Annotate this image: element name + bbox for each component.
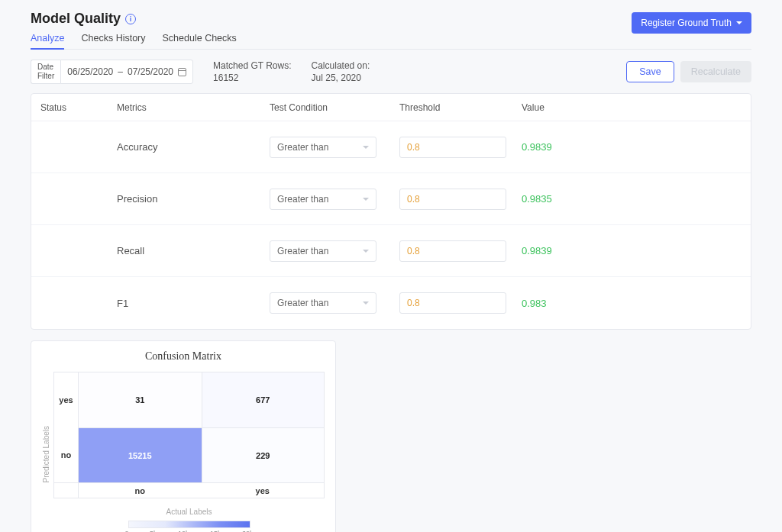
register-button-label: Register Ground Truth (641, 18, 732, 28)
recalculate-button: Recalculate (680, 61, 751, 82)
condition-value: Greater than (277, 246, 328, 256)
threshold-input[interactable] (399, 189, 506, 210)
metric-name: Precision (117, 193, 270, 205)
table-row: F1 Greater than 0.983 (31, 277, 751, 329)
confusion-matrix-title: Confusion Matrix (42, 350, 325, 363)
save-button[interactable]: Save (626, 61, 674, 82)
tab-analyze[interactable]: Analyze (31, 33, 64, 50)
metric-name: Recall (117, 245, 270, 256)
x-tick: no (79, 482, 202, 498)
col-condition: Test Condition (270, 102, 399, 113)
date-filter-label: Date Filter (31, 60, 60, 84)
metrics-table: Status Metrics Test Condition Threshold … (31, 93, 751, 330)
matrix-cell: 31 (79, 372, 202, 427)
y-tick: yes (54, 372, 79, 427)
matched-rows-label: Matched GT Rows: (213, 60, 291, 71)
matrix-cell: 15215 (79, 427, 202, 482)
col-metrics: Metrics (117, 102, 270, 113)
threshold-input[interactable] (399, 292, 506, 314)
x-axis-label: Actual Labels (53, 508, 325, 516)
tab-checks-history[interactable]: Checks History (81, 33, 145, 50)
matrix-cell: 229 (202, 427, 325, 482)
threshold-input[interactable] (399, 240, 506, 262)
metric-value: 0.9839 (522, 245, 613, 256)
y-tick: no (54, 427, 79, 482)
col-threshold: Threshold (399, 102, 522, 113)
chevron-down-icon (363, 250, 369, 253)
col-status: Status (40, 102, 117, 113)
date-to: 07/25/2020 (128, 66, 173, 77)
chevron-down-icon (363, 146, 369, 149)
calculated-on-value: Jul 25, 2020 (312, 73, 370, 83)
condition-select[interactable]: Greater than (270, 292, 376, 314)
chevron-down-icon (363, 198, 369, 201)
metric-value: 0.983 (522, 298, 613, 309)
date-from: 06/25/2020 (67, 66, 113, 77)
matrix-cell: 677 (202, 372, 325, 427)
condition-value: Greater than (277, 194, 328, 205)
condition-select[interactable]: Greater than (270, 240, 376, 262)
metric-value: 0.9835 (522, 193, 613, 205)
tab-schedule-checks[interactable]: Schedule Checks (163, 33, 237, 50)
condition-select[interactable]: Greater than (270, 189, 376, 210)
calendar-icon (178, 68, 186, 76)
legend-gradient (128, 521, 250, 528)
y-axis-label: Predicted Labels (42, 426, 50, 483)
calculated-on-label: Calculated on: (312, 60, 370, 71)
color-legend: 0 5k 10k 15k 20k (53, 521, 325, 532)
date-filter[interactable]: Date Filter 06/25/2020 – 07/25/2020 (31, 60, 193, 84)
x-tick: yes (202, 482, 325, 498)
info-icon[interactable]: i (125, 14, 136, 24)
col-value: Value (522, 102, 613, 113)
matched-rows-info: Matched GT Rows: 16152 (213, 60, 291, 83)
date-separator: – (118, 66, 123, 77)
grid-corner (54, 482, 79, 498)
metric-value: 0.9839 (522, 141, 613, 153)
register-ground-truth-button[interactable]: Register Ground Truth (632, 12, 751, 34)
confusion-matrix-grid: yes 31 677 no 15215 229 no yes (53, 372, 325, 498)
table-row: Recall Greater than 0.9839 (31, 225, 751, 277)
condition-value: Greater than (277, 142, 328, 153)
tab-bar: Analyze Checks History Schedule Checks (31, 33, 237, 50)
confusion-matrix-card: Confusion Matrix Predicted Labels yes 31… (31, 340, 336, 532)
condition-value: Greater than (277, 298, 328, 308)
condition-select[interactable]: Greater than (270, 137, 376, 158)
metric-name: F1 (117, 298, 270, 309)
table-row: Precision Greater than 0.9835 (31, 173, 751, 225)
metric-name: Accuracy (117, 141, 270, 153)
calculated-on-info: Calculated on: Jul 25, 2020 (312, 60, 370, 83)
chevron-down-icon (736, 21, 742, 24)
chevron-down-icon (363, 301, 369, 305)
matched-rows-value: 16152 (213, 73, 291, 83)
threshold-input[interactable] (399, 137, 506, 158)
table-row: Accuracy Greater than 0.9839 (31, 121, 751, 173)
page-title: Model Quality (31, 11, 121, 27)
date-range-input[interactable]: 06/25/2020 – 07/25/2020 (60, 60, 193, 84)
